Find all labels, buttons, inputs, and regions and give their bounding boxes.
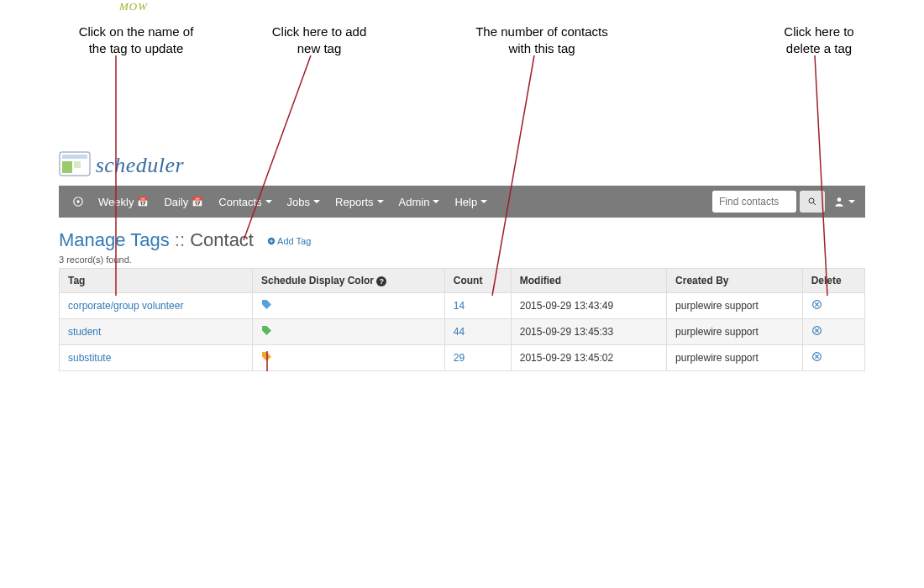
page-title: Manage Tags :: Contact Add Tag bbox=[59, 229, 865, 251]
col-modified: Modified bbox=[511, 269, 666, 293]
search-icon bbox=[807, 197, 817, 207]
record-count: 3 record(s) found. bbox=[59, 255, 865, 265]
col-created: Created By bbox=[667, 269, 803, 293]
svg-point-10 bbox=[76, 200, 80, 203]
tag-icon bbox=[261, 351, 272, 365]
chevron-down-icon bbox=[480, 200, 487, 203]
chevron-down-icon bbox=[848, 200, 855, 203]
modified-cell: 2015-09-29 13:43:49 bbox=[511, 293, 666, 319]
logo-text: scheduler bbox=[96, 153, 185, 178]
modified-cell: 2015-09-29 13:45:02 bbox=[511, 345, 666, 371]
nav-contacts[interactable]: Contacts bbox=[211, 186, 279, 218]
tag-name-link[interactable]: corporate/group volunteer bbox=[68, 300, 183, 312]
navbar: Weekly📅 Daily📅 Contacts Jobs Reports Adm… bbox=[59, 186, 865, 218]
tags-table: Tag Schedule Display Color ? Count Modif… bbox=[59, 268, 865, 371]
chevron-down-icon bbox=[265, 200, 272, 203]
count-link[interactable]: 44 bbox=[454, 326, 465, 338]
col-tag: Tag bbox=[60, 269, 253, 293]
chevron-down-icon bbox=[433, 200, 439, 203]
created-cell: purplewire support bbox=[667, 293, 803, 319]
table-row: student442015-09-29 13:45:33purplewire s… bbox=[60, 319, 865, 345]
tag-icon bbox=[261, 325, 272, 339]
svg-point-13 bbox=[837, 197, 842, 202]
calendar-icon: 📅 bbox=[137, 197, 149, 207]
created-cell: purplewire support bbox=[667, 345, 803, 371]
table-row: corporate/group volunteer142015-09-29 13… bbox=[60, 293, 865, 319]
svg-rect-6 bbox=[62, 155, 87, 159]
nav-reports[interactable]: Reports bbox=[328, 186, 391, 218]
home-icon[interactable] bbox=[72, 196, 84, 207]
svg-point-11 bbox=[809, 198, 814, 203]
logo-mow: MOW bbox=[119, 0, 865, 13]
svg-rect-8 bbox=[74, 161, 81, 168]
svg-rect-7 bbox=[62, 161, 72, 173]
delete-button[interactable] bbox=[811, 327, 822, 339]
created-cell: purplewire support bbox=[667, 319, 803, 345]
chevron-down-icon bbox=[313, 200, 320, 203]
modified-cell: 2015-09-29 13:45:33 bbox=[511, 319, 666, 345]
logo: scheduler bbox=[59, 151, 865, 179]
tag-name-link[interactable]: student bbox=[68, 326, 101, 338]
user-icon bbox=[833, 196, 845, 207]
plus-circle-icon bbox=[267, 237, 276, 245]
nav-daily[interactable]: Daily📅 bbox=[156, 186, 211, 218]
col-color: Schedule Display Color ? bbox=[252, 269, 444, 293]
tag-name-link[interactable]: substitute bbox=[68, 352, 111, 364]
nav-admin[interactable]: Admin bbox=[391, 186, 448, 218]
tag-icon bbox=[261, 299, 272, 312]
col-count: Count bbox=[444, 269, 511, 293]
add-tag-link[interactable]: Add Tag bbox=[267, 236, 311, 246]
nav-help[interactable]: Help bbox=[447, 186, 495, 218]
svg-line-12 bbox=[814, 203, 816, 206]
help-icon[interactable]: ? bbox=[376, 276, 386, 286]
count-link[interactable]: 29 bbox=[454, 352, 465, 364]
user-menu[interactable] bbox=[833, 196, 855, 207]
count-link[interactable]: 14 bbox=[454, 300, 465, 312]
search-input[interactable] bbox=[712, 191, 796, 213]
delete-button[interactable] bbox=[811, 301, 822, 312]
calendar-icon: 📅 bbox=[192, 197, 203, 207]
col-delete: Delete bbox=[802, 269, 864, 293]
search-button[interactable] bbox=[800, 191, 825, 213]
nav-jobs[interactable]: Jobs bbox=[280, 186, 328, 218]
chevron-down-icon bbox=[377, 200, 384, 203]
table-row: substitute292015-09-29 13:45:02purplewir… bbox=[60, 345, 865, 371]
nav-weekly[interactable]: Weekly📅 bbox=[91, 186, 156, 218]
delete-button[interactable] bbox=[811, 353, 822, 365]
